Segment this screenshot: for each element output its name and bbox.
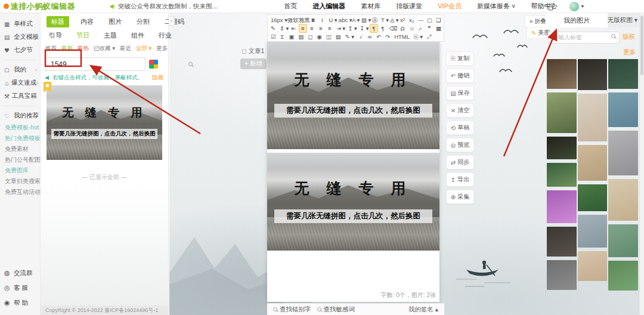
fullscreen-button[interactable]: ⤢ <box>425 32 434 41</box>
tab-theme[interactable]: 主题 <box>104 31 117 40</box>
sidebar-link-hot-account-images[interactable]: 热门公号配图 <box>0 155 40 165</box>
photo-building[interactable] <box>578 215 608 248</box>
sidebar-link-free-activity[interactable]: 免费互动活动 <box>0 187 40 197</box>
sidebar-link-hot-free-template[interactable]: 热门免费模板 <box>0 133 40 144</box>
rail-clear-button[interactable]: ✕ 清空 <box>446 103 474 118</box>
rail-copy-button[interactable]: ⎘ 复制 <box>446 51 474 66</box>
nav-vip[interactable]: VIP会员 <box>438 2 462 11</box>
rail-undo-button[interactable]: ↶ 撤销 <box>446 69 474 83</box>
sidebar-item-single-style[interactable]: ▦ 单样式 <box>0 17 40 30</box>
find-typo-button[interactable]: 查找错别字 <box>273 305 311 314</box>
sidebar-item-full-template[interactable]: ▤ 全文模板 <box>0 30 40 44</box>
underline-button[interactable]: U ▾ <box>327 16 336 24</box>
rail-preview-button[interactable]: ◎ 预览 <box>446 138 474 152</box>
tab-festival[interactable]: 节日 <box>76 31 89 40</box>
sidebar-link-free-gallery[interactable]: 免费图库 <box>0 165 40 176</box>
skin-tshirt-icon[interactable] <box>546 3 555 11</box>
new-doc-button[interactable]: ▢ <box>425 16 434 24</box>
photo-green-plant[interactable] <box>608 261 638 291</box>
sidebar-item-chat-group[interactable]: ◍ 交流群 <box>0 265 40 280</box>
superscript-button[interactable]: x² <box>398 16 407 24</box>
copyright-link[interactable]: 版权 <box>623 33 635 41</box>
gallery-search-input[interactable] <box>548 32 620 44</box>
paragraph-settings-button[interactable]: ¶ <box>379 24 387 33</box>
bordered-text-button[interactable]: Ⓐ <box>370 16 379 24</box>
table-button[interactable]: ▦ <box>434 24 442 33</box>
photo-boy-blue[interactable] <box>608 92 638 127</box>
editor-page[interactable]: 无 缝 专 用 需要几张无缝拼图，点击几次，然后换图 无 缝 专 用 需要几张无… <box>267 42 439 302</box>
copy-doc-button[interactable]: ❏ <box>434 16 442 24</box>
seamless-image-block-1[interactable]: 无 缝 专 用 需要几张无缝拼图，点击几次，然后换图 <box>267 42 439 149</box>
checklist-button[interactable]: ☑ <box>269 32 278 41</box>
template-search-input[interactable] <box>45 57 145 71</box>
photo-woman-garden[interactable] <box>547 92 577 133</box>
filter-newest[interactable]: 最新 <box>61 45 73 52</box>
filter-favorited[interactable]: 已收藏 ▾ <box>94 45 115 52</box>
sidebar-item-toolbox[interactable]: ⚒ 工具宝箱 <box>0 89 40 103</box>
article-tab[interactable]: ▢ 文章1 <box>242 47 264 55</box>
tab-title[interactable]: 标题 <box>47 16 69 27</box>
font-family-select[interactable]: 微软雅黑 ▾ <box>286 16 308 24</box>
nav-new-media-services[interactable]: 新媒体服务 ˅ <box>477 2 515 11</box>
horizontal-rule-button[interactable]: — <box>416 16 425 24</box>
formula-button[interactable]: Σ <box>278 32 287 41</box>
eye-preview-button[interactable]: ◉ <box>315 32 324 41</box>
panel-collapse-toggle[interactable]: ‹ <box>169 16 175 26</box>
text-style-button[interactable]: T ▾ <box>379 16 388 24</box>
filter-more[interactable]: 更多 <box>156 45 168 52</box>
announcement-banner[interactable]: 突破公众号群发次数限制，快来围... <box>110 2 217 11</box>
tab-component[interactable]: 组件 <box>131 31 144 40</box>
photo-beige-person[interactable] <box>578 251 608 281</box>
image-library-button[interactable]: ▨ <box>297 32 306 41</box>
redo-button[interactable]: ↷ <box>383 32 392 41</box>
rail-save-button[interactable]: ▤ 保存 <box>446 86 474 100</box>
photo-man-dark-green[interactable] <box>547 137 577 159</box>
tab-guide[interactable]: 引导 <box>49 31 62 40</box>
sidebar-item-customer-service[interactable]: ◎ 客 服 <box>0 280 40 295</box>
my-images-tab[interactable]: 我的图片 <box>546 13 608 27</box>
italic-button[interactable]: I <box>318 16 326 24</box>
html-source-button[interactable]: HTML <box>392 32 411 41</box>
filter-hottest[interactable]: 最热 <box>78 45 89 52</box>
scrollbar-thumb[interactable] <box>640 16 643 75</box>
align-right-button[interactable]: ≡ <box>317 24 325 33</box>
insert-image-button[interactable]: ▣ <box>287 32 296 41</box>
user-menu[interactable] <box>569 2 584 11</box>
more-link[interactable]: 更多 <box>623 48 636 55</box>
special-char-button[interactable]: Ω <box>398 24 407 33</box>
link-button[interactable]: ∞ <box>366 32 374 41</box>
filter-all[interactable]: 全部 ▾ <box>136 45 151 52</box>
photo-purple-light[interactable] <box>547 190 577 223</box>
sidebar-item-qixi-festival[interactable]: ♥ 七夕节 <box>0 44 40 57</box>
photo-dark-portrait[interactable] <box>578 59 608 90</box>
paste-button[interactable]: ⎘ ▾ <box>412 32 425 41</box>
sidebar-item-mine[interactable]: ☖ 我的 › <box>0 63 40 76</box>
photo-man-drink[interactable] <box>608 224 638 257</box>
line-height-button[interactable]: ⇕ ▾ <box>278 24 289 33</box>
clear-format-button[interactable]: ⌫ <box>388 24 398 33</box>
quote-button[interactable]: ❞ <box>425 24 434 33</box>
rail-draft-button[interactable]: ⟲ 草稿 <box>446 121 474 135</box>
photo-still-life-table[interactable] <box>578 94 608 141</box>
rail-export-button[interactable]: ↥ 导出 <box>446 172 474 187</box>
photo-chair-curtain[interactable] <box>608 179 638 221</box>
sign-pen-button[interactable]: ✎ ▾ <box>343 32 356 41</box>
margin-bottom-button[interactable]: ↧ ▾ <box>358 24 369 33</box>
letter-spacing-button[interactable]: A̲ ▾ <box>389 16 398 24</box>
subscript-button[interactable]: x₂ <box>407 16 416 24</box>
rail-sync-button[interactable]: ⇄ 同步 <box>446 155 474 169</box>
photo-gray-fabric-plant[interactable] <box>608 131 638 175</box>
tab-industry[interactable]: 行业 <box>159 31 172 40</box>
search-icon[interactable] <box>611 34 615 38</box>
filter-recommend[interactable]: 推荐 <box>45 45 57 52</box>
tip-hide-link[interactable]: 隐藏 <box>152 74 163 82</box>
sidebar-link-article-search[interactable]: 文章归类搜索 <box>0 176 40 187</box>
music-button[interactable]: ♪ <box>357 32 365 41</box>
photo-tan-chairs[interactable] <box>578 145 608 181</box>
sidebar-item-my-recommend[interactable]: ♡ 我的推荐 <box>0 109 40 122</box>
nav-home[interactable]: 首页 <box>284 2 297 11</box>
search-icon[interactable] <box>188 62 193 66</box>
outdent-button[interactable]: ⇤ <box>290 24 298 33</box>
photo-dark-room[interactable] <box>547 227 577 257</box>
photo-dark-green-scene[interactable] <box>608 59 638 89</box>
